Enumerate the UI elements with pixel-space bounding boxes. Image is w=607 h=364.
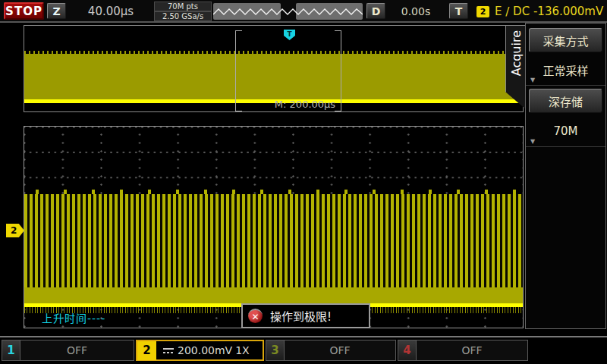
channel2-badge: 2 (137, 341, 156, 360)
memory-depth: 70M pts (154, 2, 212, 11)
acquire-side-menu: 采集方式 正常采样 ▼ 深存储 70M ▼ (525, 23, 606, 329)
menu-acquisition-mode-value[interactable]: 正常采样 (526, 58, 605, 82)
channel4-status-cell[interactable]: 4 OFF (398, 340, 528, 361)
delay-button[interactable]: D (366, 3, 385, 19)
channel4-state: OFF (417, 344, 527, 356)
dropdown-arrow-icon: ▼ (530, 138, 535, 145)
limit-warning-popup: ✕ 操作到极限! (241, 303, 370, 328)
oscilloscope-screen: STOP Z 40.00μs 70M pts 2.50 GSa/s D 0.00… (0, 0, 607, 364)
timebase-readout: 40.00μs (70, 2, 152, 20)
channel1-badge: 1 (2, 340, 20, 360)
horizontal-position-indicator[interactable] (213, 3, 363, 20)
channel2-probe: 1X (235, 344, 250, 356)
channel2-ground-marker[interactable]: 2 (6, 224, 24, 237)
preview-waveform-band (24, 54, 523, 99)
trigger-readout: 2 E ∕ DC -136.000mV (476, 2, 605, 20)
channel4-badge: 4 (398, 340, 417, 360)
channel2-scale: 200.00mV (178, 344, 232, 356)
channel2-settings: 200.00mV 1X (156, 344, 263, 356)
trigger-channel-badge: 2 (476, 6, 489, 17)
channel3-badge: 3 (266, 340, 285, 360)
channel2-waveform (24, 194, 523, 287)
menu-divider (526, 146, 605, 147)
channel-status-bar: 1 OFF 2 200.00mV 1X 3 OFF 4 OFF (0, 336, 607, 364)
channel2-status-cell[interactable]: 2 200.00mV 1X (136, 340, 264, 361)
channel2-waveform-dense-band (24, 287, 523, 303)
main-timebase-label: M: 200.00μs (252, 99, 358, 110)
zoom-window-left-bracket[interactable] (235, 30, 242, 111)
dropdown-arrow-icon: ▼ (530, 77, 535, 83)
rise-time-measurement: 上升时间---- (42, 310, 105, 325)
trigger-position-marker[interactable]: T (284, 30, 295, 40)
trigger-info-text: E ∕ DC -136.000mV (495, 5, 603, 18)
trigger-level: -136.000mV (533, 5, 603, 18)
warning-message: 操作到极限! (270, 308, 332, 324)
menu-deep-memory-value[interactable]: 70M (526, 119, 605, 143)
zoom-mode-button[interactable]: Z (47, 3, 66, 19)
channel3-status-cell[interactable]: 3 OFF (266, 340, 396, 361)
menu-divider (526, 85, 605, 86)
menu-deep-memory-button[interactable]: 深存储 (529, 89, 602, 113)
rising-edge-icon: ∕ (505, 5, 509, 18)
trigger-button[interactable]: T (449, 3, 468, 19)
trigger-coupling: DC (513, 5, 530, 18)
waveform-display-grid (24, 126, 524, 328)
sample-rate: 2.50 GSa/s (154, 11, 212, 21)
dc-coupling-icon (162, 347, 175, 354)
channel1-state: OFF (20, 344, 134, 356)
run-stop-button[interactable]: STOP (4, 2, 44, 20)
error-icon: ✕ (248, 309, 263, 323)
full-record-preview: T M: 200.00μs (24, 25, 524, 112)
menu-acquisition-mode-button[interactable]: 采集方式 (529, 28, 602, 52)
trigger-type: E (495, 5, 502, 18)
acquisition-readout: 70M pts 2.50 GSa/s (154, 2, 212, 21)
acquire-tab-label: Acquire (509, 30, 524, 76)
channel1-status-cell[interactable]: 1 OFF (2, 340, 134, 361)
waveform-zigzag-icon (213, 3, 363, 20)
top-status-bar: STOP Z 40.00μs 70M pts 2.50 GSa/s D 0.00… (0, 0, 607, 23)
channel3-state: OFF (285, 344, 395, 356)
delay-readout: 0.00s (388, 2, 443, 20)
